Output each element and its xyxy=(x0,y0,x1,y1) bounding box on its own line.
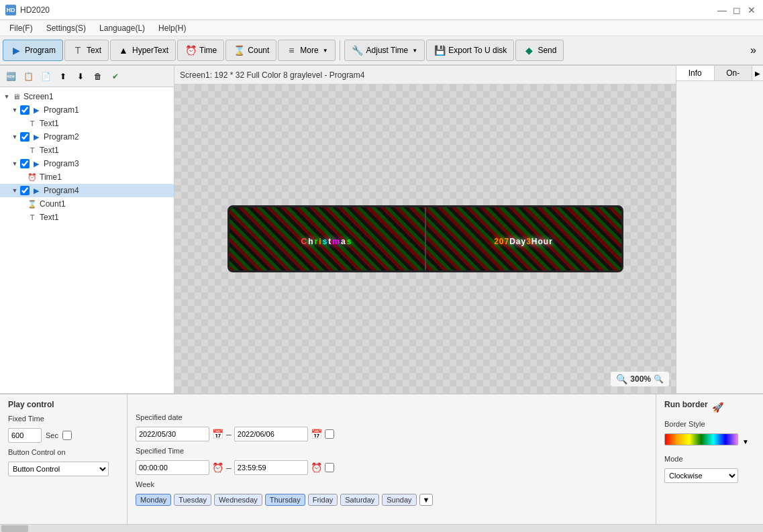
tree-checkbox-program3[interactable] xyxy=(20,159,30,168)
tree-checkbox-program2[interactable] xyxy=(20,132,30,142)
text1c-icon: T xyxy=(27,212,38,223)
tree-item-text1a[interactable]: T Text1 xyxy=(0,117,174,130)
tree-arrow-program3[interactable]: ▼ xyxy=(11,160,19,168)
tree-checkbox-program1[interactable] xyxy=(20,105,30,115)
fixed-time-row: Fixed Time xyxy=(8,415,119,423)
week-wednesday[interactable]: Wednesday xyxy=(214,494,262,506)
date-separator: – xyxy=(226,429,232,439)
time-from-input[interactable] xyxy=(136,460,209,475)
tree-label-program2: Program2 xyxy=(44,132,79,142)
tool-delete-button[interactable]: 🗑 xyxy=(90,68,106,85)
run-border-icon[interactable]: 🚀 xyxy=(712,402,723,413)
menu-file[interactable]: File(F) xyxy=(3,22,40,34)
time-range-checkbox[interactable] xyxy=(325,463,334,472)
menu-settings[interactable]: Settings(S) xyxy=(40,22,93,34)
week-thursday[interactable]: Thursday xyxy=(265,494,305,506)
fixed-time-label: Fixed Time xyxy=(8,415,44,423)
tree-arrow-program4[interactable]: ▼ xyxy=(11,187,19,195)
scroll-thumb[interactable] xyxy=(1,525,28,532)
week-sunday[interactable]: Sunday xyxy=(382,494,416,506)
menu-help[interactable]: Help(H) xyxy=(152,22,193,34)
minimize-button[interactable]: — xyxy=(716,4,728,16)
week-label: Week xyxy=(136,480,154,488)
week-saturday[interactable]: Saturday xyxy=(340,494,379,506)
right-panel-arrow[interactable]: ▶ xyxy=(752,66,763,81)
tree-item-text1c[interactable]: T Text1 xyxy=(0,211,174,224)
tree-item-time1[interactable]: ⏰ Time1 xyxy=(0,170,174,184)
week-friday[interactable]: Friday xyxy=(308,494,338,506)
time1-icon: ⏰ xyxy=(27,172,38,182)
toolbar-more-button[interactable]: ≡ More ▼ xyxy=(278,40,335,61)
menu-language[interactable]: Language(L) xyxy=(93,22,152,34)
week-monday[interactable]: Monday xyxy=(136,494,171,506)
main-layout: 🆕 📋 📄 ⬆ ⬇ 🗑 ✔ ▼ 🖥 Screen1 ▼ ▶ Program1 xyxy=(0,66,763,393)
menu-bar: File(F) Settings(S) Language(L) Help(H) xyxy=(0,20,763,36)
title-bar-left: HD HD2020 xyxy=(5,5,50,15)
toolbar-more-label: More xyxy=(300,46,318,55)
week-tuesday[interactable]: Tuesday xyxy=(174,494,211,506)
play-control-left: Play control Fixed Time Sec Button Contr… xyxy=(0,394,128,524)
fixed-time-input[interactable] xyxy=(8,428,42,443)
time-to-input[interactable] xyxy=(234,460,308,475)
date-from-input[interactable] xyxy=(136,427,209,441)
zoom-out-icon[interactable]: 🔍 xyxy=(654,374,664,384)
border-style-label-row: Border Style xyxy=(664,420,755,428)
tab-info[interactable]: Info xyxy=(676,66,715,81)
toolbar-hypertext-button[interactable]: ▲ HyperText xyxy=(110,40,176,61)
tree-arrow-program2[interactable]: ▼ xyxy=(11,133,19,141)
tool-up-button[interactable]: ⬆ xyxy=(55,68,71,85)
button-control-label-row: Button Control on xyxy=(8,448,119,456)
tree-label-text1b: Text1 xyxy=(40,146,59,155)
tool-new-button[interactable]: 🆕 xyxy=(3,68,19,85)
clock-to-icon[interactable]: ⏰ xyxy=(311,462,322,473)
toolbar-export-button[interactable]: 💾 Export To U disk xyxy=(426,40,514,61)
more-icon: ≡ xyxy=(285,44,297,56)
toolbar-adjust-button[interactable]: 🔧 Adjust Time ▼ xyxy=(344,40,425,61)
mode-select[interactable]: Clockwise Counter-Clockwise None xyxy=(664,468,738,483)
tree-label-text1c: Text1 xyxy=(40,213,59,222)
tab-on[interactable]: On- xyxy=(715,66,753,81)
tree-item-count1[interactable]: ⌛ Count1 xyxy=(0,197,174,211)
toolbar-program-button[interactable]: ▶ Program xyxy=(3,40,63,61)
tool-check-button[interactable]: ✔ xyxy=(107,68,123,85)
maximize-button[interactable]: ◻ xyxy=(731,4,743,16)
date-range-checkbox[interactable] xyxy=(325,429,334,439)
tree-item-program3[interactable]: ▼ ▶ Program3 xyxy=(0,157,174,170)
toolbar-time-label: Time xyxy=(199,46,217,55)
calendar-to-icon[interactable]: 📅 xyxy=(311,429,322,439)
text-icon: T xyxy=(72,44,84,56)
run-border-title: Run border xyxy=(664,400,708,409)
button-control-select[interactable]: Button Control xyxy=(8,462,109,476)
tree-item-program1[interactable]: ▼ ▶ Program1 xyxy=(0,103,174,117)
date-to-input[interactable] xyxy=(234,427,308,441)
tree-item-program4[interactable]: ▼ ▶ Program4 xyxy=(0,184,174,197)
app-icon: HD xyxy=(5,5,16,15)
tree-checkbox-program4[interactable] xyxy=(20,186,30,195)
more-dropdown-arrow: ▼ xyxy=(323,48,328,54)
screen-icon: 🖥 xyxy=(11,91,21,102)
tool-paste-button[interactable]: 📄 xyxy=(38,68,54,85)
tool-down-button[interactable]: ⬇ xyxy=(72,68,89,85)
toolbar-sep1 xyxy=(340,40,340,60)
toolbar-time-button[interactable]: ⏰ Time xyxy=(177,40,224,61)
tree-item-program2[interactable]: ▼ ▶ Program2 xyxy=(0,130,174,144)
tree-arrow-program1[interactable]: ▼ xyxy=(11,106,19,114)
zoom-in-icon[interactable]: 🔍 xyxy=(616,374,627,384)
tree-item-text1b[interactable]: T Text1 xyxy=(0,144,174,157)
toolbar-count-button[interactable]: ⌛ Count xyxy=(225,40,276,61)
adjust-dropdown-arrow: ▼ xyxy=(412,48,417,54)
border-style-color[interactable] xyxy=(664,433,738,445)
toolbar-expand-icon[interactable]: » xyxy=(746,44,760,56)
toolbar-adjust-label: Adjust Time xyxy=(366,46,409,55)
week-dropdown-button[interactable]: ▼ xyxy=(419,494,434,506)
tool-copy-button[interactable]: 📋 xyxy=(20,68,36,85)
clock-from-icon[interactable]: ⏰ xyxy=(212,462,223,473)
border-style-dropdown[interactable]: ▼ xyxy=(742,438,749,445)
fixed-time-checkbox[interactable] xyxy=(62,431,72,440)
close-button[interactable]: ✕ xyxy=(746,4,758,16)
calendar-from-icon[interactable]: 📅 xyxy=(212,429,223,439)
tree-arrow-screen1[interactable]: ▼ xyxy=(3,93,11,101)
toolbar-text-button[interactable]: T Text xyxy=(64,40,109,61)
tree-item-screen1[interactable]: ▼ 🖥 Screen1 xyxy=(0,90,174,103)
toolbar-send-button[interactable]: ◆ Send xyxy=(515,40,564,61)
